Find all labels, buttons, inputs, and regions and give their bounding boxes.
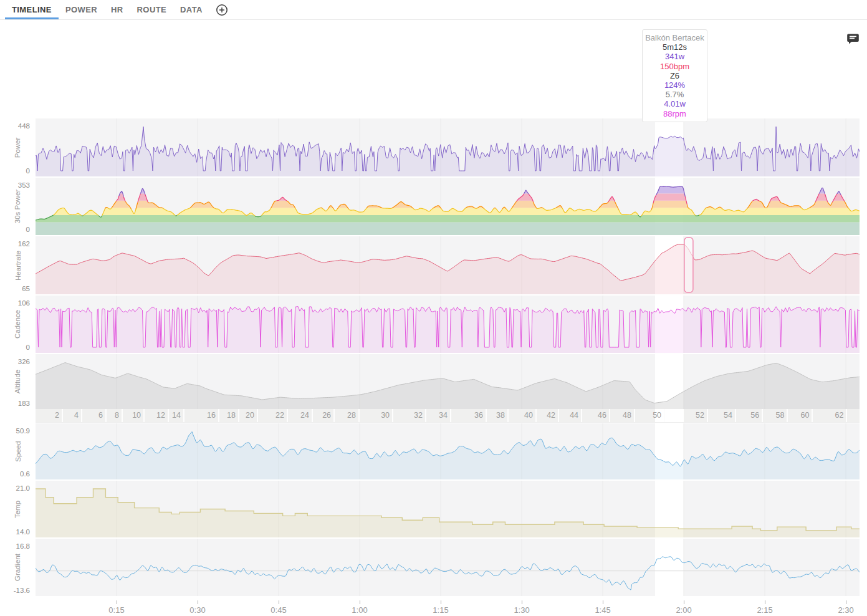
- distance-axis-track: 2468101214161820222426283032343638404244…: [36, 409, 860, 423]
- tab-route[interactable]: ROUTE: [130, 0, 174, 19]
- time-tick: [522, 600, 522, 604]
- temp-chart[interactable]: [36, 481, 860, 537]
- time-label: 1:45: [584, 605, 621, 615]
- chart-row-gradient: Gradient 16.8 -13.6: [0, 539, 867, 596]
- distance-label: 44: [557, 411, 578, 420]
- segment-wkg: 4.01w: [645, 99, 704, 108]
- segment-cadence: 88rpm: [645, 109, 704, 118]
- add-chart-button[interactable]: [209, 0, 234, 19]
- tab-timeline[interactable]: TIMELINE: [5, 0, 59, 19]
- chart-bg: [36, 539, 860, 596]
- distance-label: 14: [160, 411, 181, 420]
- time-tick: [684, 600, 684, 604]
- y-max-temp: 21.0: [1, 484, 30, 492]
- chart-row-power: Power 448 0: [0, 118, 867, 176]
- gradient-chart[interactable]: [36, 539, 860, 596]
- time-label: 2:30: [827, 605, 865, 615]
- distance-label: 10: [120, 411, 141, 420]
- y-max-altitude: 326: [1, 358, 30, 365]
- y-min-gradient: -13.6: [1, 587, 30, 594]
- distance-tick: [392, 409, 393, 422]
- selection-band: [655, 539, 684, 596]
- time-label: 2:15: [746, 605, 783, 615]
- distance-label: 42: [534, 411, 555, 420]
- 30s-power-chart[interactable]: [36, 178, 860, 235]
- chart-row-30s-power: 30s Power 353 0: [0, 178, 867, 235]
- distance-label: 32: [401, 411, 423, 420]
- chart-row-heartrate: Heartrate 162 65: [0, 236, 867, 294]
- heartrate-chart[interactable]: [36, 236, 860, 294]
- distance-label: 40: [512, 411, 533, 420]
- chart-row-speed: Speed 50.9 0.6: [0, 423, 867, 479]
- y-min-cadence: 0: [1, 344, 30, 351]
- chart-row-temp: Temp 21.0 14.0: [0, 481, 867, 537]
- distance-label: 58: [763, 411, 784, 420]
- segment-heartrate: 150bpm: [645, 62, 704, 71]
- y-max-power: 448: [1, 122, 30, 130]
- distance-label: 30: [368, 411, 390, 420]
- distance-label: 50: [640, 411, 661, 420]
- distance-tick: [735, 409, 736, 422]
- distance-label: 26: [310, 411, 331, 420]
- distance-label: 22: [263, 411, 284, 420]
- segment-power: 341w: [645, 52, 704, 61]
- distance-label: 8: [98, 411, 119, 420]
- distance-tick: [581, 409, 582, 422]
- y-min-heartrate: 65: [1, 285, 30, 292]
- time-label: 1:15: [422, 605, 459, 615]
- segment-marker[interactable]: [684, 238, 693, 292]
- zone-band-2: [36, 215, 860, 223]
- comment-button[interactable]: [846, 33, 860, 46]
- tab-hr[interactable]: HR: [104, 0, 130, 19]
- comment-icon: [846, 33, 860, 46]
- tab-bar: TIMELINE POWER HR ROUTE DATA: [0, 0, 867, 20]
- tab-data[interactable]: DATA: [173, 0, 209, 19]
- distance-tick: [257, 409, 258, 422]
- y-min-temp: 14.0: [1, 528, 30, 536]
- segment-intensity: 124%: [645, 80, 704, 90]
- segment-gradient: 5.7%: [645, 90, 704, 99]
- distance-label: 60: [788, 411, 809, 420]
- time-tick: [846, 600, 846, 604]
- y-min-30s-power: 0: [1, 226, 30, 233]
- altitude-chart[interactable]: [36, 354, 860, 409]
- time-tick: [117, 600, 117, 604]
- plus-circle-icon: [216, 4, 228, 16]
- speed-chart[interactable]: [36, 423, 860, 479]
- segment-tooltip: Balkón Bertacek 5m12s 341w 150bpm Z6 124…: [642, 29, 707, 122]
- y-max-gradient: 16.8: [1, 542, 30, 550]
- zone-band-1: [36, 223, 860, 236]
- cadence-chart[interactable]: [36, 296, 860, 353]
- segment-zone: Z6: [645, 71, 704, 80]
- time-label: 2:00: [665, 605, 702, 615]
- y-max-heartrate: 162: [1, 240, 30, 248]
- time-label: 1:00: [341, 605, 378, 615]
- y-min-speed: 0.6: [1, 470, 30, 478]
- distance-tick: [183, 409, 184, 422]
- time-axis[interactable]: 0:150:300:451:001:151:301:452:002:152:30: [0, 596, 867, 616]
- distance-label: 52: [683, 411, 704, 420]
- distance-tick: [664, 409, 665, 422]
- time-label: 0:15: [98, 605, 135, 615]
- y-max-speed: 50.9: [1, 427, 30, 435]
- distance-label: 54: [711, 411, 732, 420]
- time-tick: [279, 600, 279, 604]
- y-max-30s-power: 353: [1, 181, 30, 189]
- distance-label: 20: [233, 411, 254, 420]
- distance-label: 48: [610, 411, 631, 420]
- power-chart[interactable]: [36, 118, 860, 176]
- distance-label: 46: [585, 411, 606, 420]
- time-tick: [441, 600, 441, 604]
- distance-label: 24: [288, 411, 309, 420]
- distance-label: 56: [738, 411, 759, 420]
- segment-duration: 5m12s: [645, 42, 704, 52]
- y-max-cadence: 106: [1, 299, 30, 307]
- distance-label: 4: [57, 411, 79, 420]
- distance-axis[interactable]: 2468101214161820222426283032343638404244…: [0, 409, 867, 422]
- segment-name: Balkón Bertacek: [645, 33, 704, 42]
- time-tick: [603, 600, 603, 604]
- distance-tick: [812, 409, 813, 422]
- distance-tick: [846, 409, 847, 422]
- y-min-altitude: 183: [1, 400, 30, 407]
- tab-power[interactable]: POWER: [59, 0, 104, 19]
